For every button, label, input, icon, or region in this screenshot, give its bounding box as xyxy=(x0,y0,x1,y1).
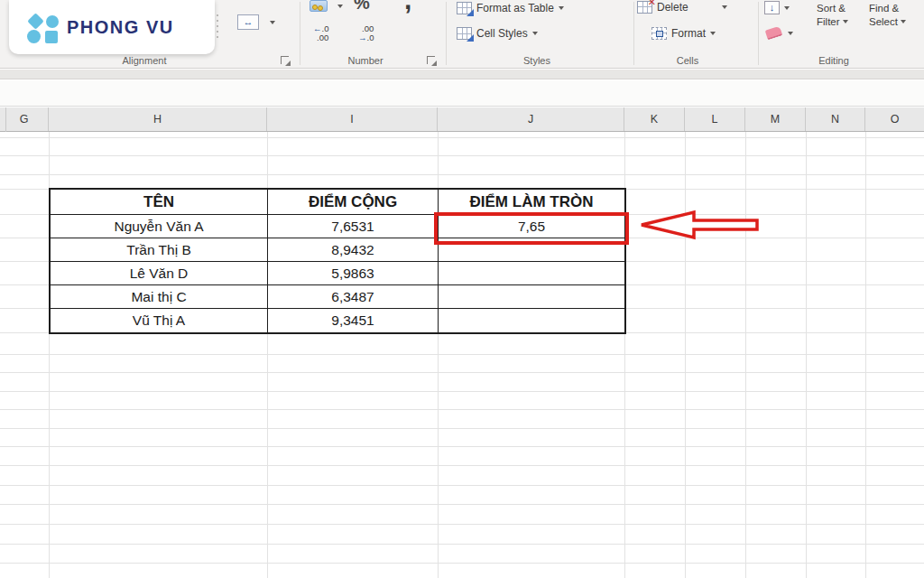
comma-icon: , xyxy=(404,0,411,15)
logo-circle-icon xyxy=(27,30,41,43)
gridline xyxy=(0,372,924,373)
cell-diem-cong[interactable]: 6,3487 xyxy=(268,285,439,309)
chevron-down-icon[interactable] xyxy=(784,6,790,10)
cell-diem-lam-tron[interactable] xyxy=(439,309,624,332)
gridline xyxy=(0,391,924,392)
ribbon-lower-band xyxy=(0,70,924,79)
logo-square-icon xyxy=(45,31,58,43)
gridline xyxy=(0,544,924,545)
gridline xyxy=(0,137,924,138)
excel-window: ↔ Alignment % , ←.0 .00 .00 →.0 Number xyxy=(0,0,924,578)
delete-label: Delete xyxy=(657,1,688,14)
column-header-j[interactable]: J xyxy=(438,107,624,131)
chevron-down-icon[interactable] xyxy=(270,21,275,24)
gridline xyxy=(0,446,924,447)
table-header-row: TÊN ĐIỂM CỘNG ĐIỂM LÀM TRÒN xyxy=(51,190,624,215)
header-cell-diem-lam-tron[interactable]: ĐIỂM LÀM TRÒN xyxy=(439,190,624,215)
gridline xyxy=(0,524,924,525)
format-cells-button[interactable]: Format xyxy=(651,27,716,40)
column-header-l[interactable]: L xyxy=(685,107,745,131)
number-group-label: Number xyxy=(311,55,420,66)
accounting-format-button[interactable] xyxy=(310,0,343,12)
increase-decimal-button[interactable]: ←.0 .00 xyxy=(313,24,328,42)
eraser-icon xyxy=(765,26,783,41)
alignment-group-label: Alignment xyxy=(72,55,217,66)
fill-down-icon: ↓ xyxy=(764,1,780,14)
format-as-table-button[interactable]: Format as Table xyxy=(457,2,564,14)
chevron-down-icon xyxy=(532,32,538,35)
format-as-table-icon xyxy=(457,2,472,14)
table-row: Vũ Thị A 9,3451 xyxy=(51,309,624,332)
phong-vu-logo: PHONG VU xyxy=(9,0,215,54)
percent-style-button[interactable]: % xyxy=(354,0,370,14)
decrease-decimal-button[interactable]: .00 →.0 xyxy=(358,24,374,42)
highlight-red-box xyxy=(434,212,629,245)
column-header-g[interactable]: G xyxy=(0,107,49,131)
find-select-button[interactable]: Find & Select xyxy=(869,2,906,28)
sort-filter-button[interactable]: Sort & Filter xyxy=(817,2,848,28)
format-label: Format xyxy=(671,27,706,40)
table-row: Mai thị C 6,3487 xyxy=(51,285,624,309)
gridline xyxy=(745,132,746,578)
cell-diem-cong[interactable]: 9,3451 xyxy=(268,309,439,332)
cell-diem-cong[interactable]: 7,6531 xyxy=(268,215,439,238)
gridline xyxy=(0,485,924,486)
red-x-icon: ✕ xyxy=(648,0,656,8)
gridline xyxy=(0,504,924,505)
chevron-down-icon xyxy=(901,20,906,23)
cell-diem-lam-tron[interactable] xyxy=(439,262,624,285)
column-headers: G H I J K L M N O xyxy=(0,107,924,132)
styles-group-label: Styles xyxy=(469,55,605,66)
group-separator xyxy=(758,2,759,65)
clear-button[interactable] xyxy=(766,28,793,38)
gridline xyxy=(806,132,807,578)
delete-cells-button[interactable]: ✕ Delete xyxy=(637,1,727,14)
chevron-down-icon xyxy=(559,6,564,10)
cell-ten[interactable]: Lê Văn D xyxy=(51,262,268,285)
gridline xyxy=(0,465,924,466)
format-as-table-label: Format as Table xyxy=(476,2,554,14)
comma-style-button[interactable]: , xyxy=(404,0,411,15)
format-cells-icon xyxy=(651,27,667,40)
cell-styles-label: Cell Styles xyxy=(476,27,528,40)
header-cell-diem-cong[interactable]: ĐIỂM CỘNG xyxy=(268,190,439,215)
header-cell-ten[interactable]: TÊN xyxy=(51,190,268,215)
cell-diem-cong[interactable]: 5,9863 xyxy=(268,262,439,285)
accounting-format-icon xyxy=(310,0,328,12)
logo-diamond-icon xyxy=(27,13,43,29)
blue-square-icon xyxy=(656,31,663,37)
fill-button[interactable]: ↓ xyxy=(764,1,790,14)
column-header-m[interactable]: M xyxy=(745,107,806,131)
column-header-i[interactable]: I xyxy=(267,107,438,131)
gridline xyxy=(0,428,924,429)
chevron-down-icon[interactable] xyxy=(788,32,793,35)
gridline xyxy=(0,354,924,355)
chevron-down-icon[interactable] xyxy=(722,5,727,9)
cell-ten[interactable]: Trần Thị B xyxy=(51,238,268,262)
column-header-k[interactable]: K xyxy=(624,107,685,131)
red-arrow-left-icon xyxy=(634,205,762,244)
merge-center-button[interactable]: ↔ xyxy=(237,14,275,30)
chevron-down-icon[interactable] xyxy=(337,5,343,8)
cell-ten[interactable]: Vũ Thị A xyxy=(51,309,268,332)
cells-group-label: Cells xyxy=(633,55,742,66)
chevron-down-icon xyxy=(843,20,848,23)
logo-circle-icon xyxy=(46,15,59,28)
column-header-n[interactable]: N xyxy=(806,107,865,131)
cell-ten[interactable]: Nguyễn Văn A xyxy=(51,215,268,238)
editing-group-label: Editing xyxy=(780,55,888,66)
alignment-dialog-launcher-icon[interactable] xyxy=(281,56,289,64)
number-dialog-launcher-icon[interactable] xyxy=(427,56,435,64)
cell-ten[interactable]: Mai thị C xyxy=(51,285,268,309)
column-header-h[interactable]: H xyxy=(49,107,267,131)
column-header-o[interactable]: O xyxy=(865,107,924,131)
drag-handle-icon xyxy=(217,14,218,40)
cell-styles-button[interactable]: Cell Styles xyxy=(457,27,538,40)
arrow-right-icon: → xyxy=(358,33,367,42)
cell-styles-icon xyxy=(457,27,472,40)
find-select-label: Find & xyxy=(869,2,906,15)
cell-diem-cong[interactable]: 8,9432 xyxy=(268,238,439,262)
gridline xyxy=(0,563,924,564)
cell-diem-lam-tron[interactable] xyxy=(439,285,624,309)
sort-filter-label: Sort & xyxy=(817,2,848,15)
